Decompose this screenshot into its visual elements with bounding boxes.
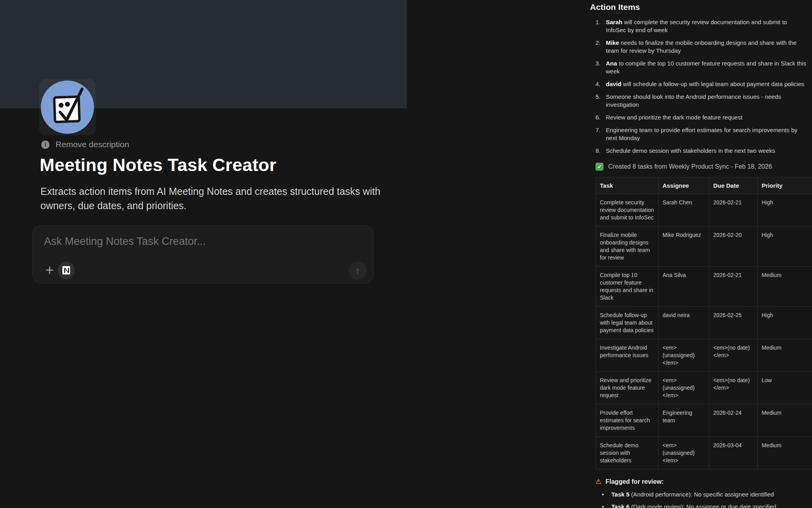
cell-assignee: Sarah Chen — [659, 194, 709, 227]
cell-assignee: david neira — [659, 307, 709, 339]
table-row: Finalize mobile onboarding designs and s… — [596, 227, 812, 267]
cell-due-date: 2026-02-20 — [709, 227, 758, 267]
list-item: 3. Ana to compile the top 10 customer fe… — [590, 60, 812, 75]
table-row: Schedule follow-up with legal team about… — [596, 307, 812, 339]
cell-assignee: Mike Rodriguez — [659, 227, 709, 267]
cell-priority: High — [758, 194, 812, 227]
table-row: Schedule demo session with stakeholders … — [596, 437, 812, 470]
agent-prompt-input[interactable]: Ask Meeting Notes Task Creator... + ↑ — [33, 225, 373, 283]
plus-icon: + — [45, 262, 54, 279]
notion-source-button[interactable] — [57, 262, 75, 279]
column-header-task: Task — [596, 177, 659, 194]
cell-due-date: <em>(no date) </em> — [709, 372, 758, 404]
table-header-row: Task Assignee Due Date Priority — [596, 177, 812, 194]
page-description[interactable]: Extracts action items from AI Meeting No… — [40, 184, 397, 213]
cell-priority: Low — [758, 372, 812, 404]
list-number: 3. — [590, 60, 606, 75]
cell-task: Finalize mobile onboarding designs and s… — [596, 227, 659, 267]
list-number: 7. — [590, 126, 606, 142]
attach-button[interactable]: + — [42, 262, 57, 278]
cell-task: Schedule demo session with stakeholders — [596, 437, 659, 470]
notion-logo-icon — [61, 265, 71, 275]
list-number: 2. — [590, 39, 606, 55]
column-header-priority: Priority — [758, 177, 812, 194]
ai-response-panel: Action Items 1. Sarah will complete the … — [590, 0, 812, 508]
action-items-heading: Action Items — [590, 2, 812, 12]
column-header-due-date: Due Date — [709, 177, 758, 194]
list-item: 5. Someone should look into the Android … — [590, 93, 812, 109]
bullet-icon: • — [602, 491, 611, 498]
cell-task: Review and prioritize dark mode feature … — [596, 372, 659, 404]
list-text: Engineering team to provide effort estim… — [606, 126, 806, 142]
list-number: 5. — [590, 93, 606, 109]
list-item: 1. Sarah will complete the security revi… — [590, 18, 812, 34]
cell-priority: High — [758, 307, 812, 339]
app-window: i Remove description Meeting Notes Task … — [0, 0, 812, 508]
cell-priority: Medium — [758, 339, 812, 372]
list-item: 4. david will schedule a follow-up with … — [590, 80, 812, 88]
list-item: 2. Mike needs to finalize the mobile onb… — [590, 39, 812, 55]
list-number: 6. — [590, 114, 606, 121]
cell-task: Compile top 10 customer feature requests… — [596, 267, 659, 307]
list-item: 7. Engineering team to provide effort es… — [590, 126, 812, 142]
tasks-created-status: ✓ Created 8 tasks from Weekly Product Sy… — [596, 163, 812, 171]
cell-due-date: 2026-02-24 — [709, 404, 758, 437]
list-text: david will schedule a follow-up with leg… — [606, 80, 806, 88]
created-tasks-table: Task Assignee Due Date Priority Complete… — [596, 177, 812, 470]
list-item: 8. Schedule demo session with stakeholde… — [590, 147, 812, 155]
task-ref: Task 5 — [611, 491, 630, 498]
cell-priority: High — [758, 227, 812, 267]
list-number: 1. — [590, 18, 606, 34]
cell-assignee: <em>(unassigned) </em> — [659, 372, 709, 404]
info-icon: i — [41, 140, 50, 149]
table-row: Compile top 10 customer feature requests… — [596, 267, 812, 307]
send-button[interactable]: ↑ — [349, 262, 367, 280]
flagged-item: • Task 6 (Dark mode review): No assignee… — [602, 503, 812, 508]
bullet-icon: • — [602, 503, 611, 508]
list-item: 6. Review and prioritize the dark mode f… — [590, 114, 812, 121]
list-text: Someone should look into the Android per… — [606, 93, 806, 109]
arrow-up-icon: ↑ — [355, 265, 360, 277]
warning-icon: ⚠ — [596, 477, 601, 486]
list-number: 8. — [590, 147, 606, 155]
assignee-name: david — [606, 81, 621, 87]
cell-task: Provide effort estimates for search impr… — [596, 404, 659, 437]
cell-assignee: <em>(unassigned) </em> — [659, 339, 709, 372]
cell-due-date: 2026-02-25 — [709, 307, 758, 339]
column-header-assignee: Assignee — [659, 177, 709, 194]
cell-priority: Medium — [758, 437, 812, 470]
list-text: Sarah will complete the security review … — [606, 18, 806, 34]
list-text: Ana to compile the top 10 customer featu… — [606, 60, 806, 75]
cell-due-date: 2026-02-21 — [709, 194, 758, 227]
cell-task: Complete security review documentation a… — [596, 194, 659, 227]
cell-due-date: 2026-02-21 — [709, 267, 758, 307]
cell-assignee: <em>(unassigned) </em> — [659, 437, 709, 470]
cell-assignee: Engineering team — [659, 404, 709, 437]
cell-due-date: 2026-03-04 — [709, 437, 758, 470]
list-number: 4. — [590, 80, 606, 88]
cell-priority: Medium — [758, 404, 812, 437]
assignee-name: Sarah — [606, 19, 622, 25]
list-text: Mike needs to finalize the mobile onboar… — [606, 39, 806, 55]
prompt-placeholder: Ask Meeting Notes Task Creator... — [44, 235, 206, 248]
status-text: Created 8 tasks from Weekly Product Sync… — [608, 163, 772, 170]
remove-description-label: Remove description — [56, 140, 129, 149]
flagged-for-review-heading: ⚠ Flagged for review: — [596, 477, 812, 486]
table-row: Review and prioritize dark mode feature … — [596, 372, 812, 404]
cell-task: Investigate Android performance issues — [596, 339, 659, 372]
assignee-name: Mike — [606, 39, 619, 46]
list-text: Review and prioritize the dark mode feat… — [606, 114, 806, 121]
cell-priority: Medium — [758, 267, 812, 307]
cell-assignee: Ana Silva — [659, 267, 709, 307]
cell-task: Schedule follow-up with legal team about… — [596, 307, 659, 339]
cell-due-date: <em>(no date) </em> — [709, 339, 758, 372]
green-check-icon: ✓ — [596, 163, 603, 171]
page-icon[interactable] — [41, 81, 94, 134]
table-row: Provide effort estimates for search impr… — [596, 404, 812, 437]
page-title[interactable]: Meeting Notes Task Creator — [40, 155, 276, 175]
remove-description-button[interactable]: i Remove description — [41, 140, 129, 149]
table-row: Investigate Android performance issues <… — [596, 339, 812, 372]
task-ref: Task 6 — [611, 503, 630, 508]
assignee-name: Ana — [606, 60, 617, 67]
list-text: Schedule demo session with stakeholders … — [606, 147, 806, 155]
